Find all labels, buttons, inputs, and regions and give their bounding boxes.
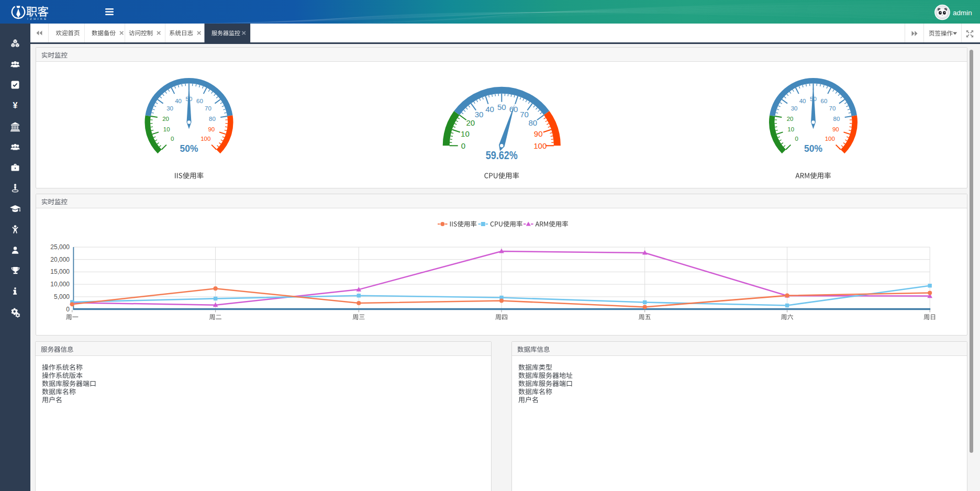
svg-text:60: 60 <box>509 105 518 114</box>
svg-text:40: 40 <box>175 98 182 104</box>
svg-text:100: 100 <box>825 136 835 142</box>
svg-text:15,000: 15,000 <box>50 268 70 275</box>
svg-text:0: 0 <box>66 306 70 313</box>
svg-text:80: 80 <box>833 116 840 122</box>
svg-text:0: 0 <box>795 136 798 142</box>
svg-text:70: 70 <box>520 110 529 119</box>
svg-text:IZHIKE: IZHIKE <box>27 17 48 20</box>
svg-text:20: 20 <box>162 116 169 122</box>
svg-text:100: 100 <box>201 136 210 142</box>
svg-text:70: 70 <box>205 105 211 111</box>
svg-text:100: 100 <box>533 141 547 150</box>
svg-text:50%: 50% <box>180 143 198 154</box>
svg-text:50%: 50% <box>804 143 822 154</box>
svg-text:5,000: 5,000 <box>54 293 70 300</box>
svg-text:90: 90 <box>208 126 215 132</box>
svg-text:20: 20 <box>466 118 475 127</box>
svg-text:30: 30 <box>166 105 173 111</box>
svg-text:60: 60 <box>821 98 828 104</box>
svg-text:20: 20 <box>787 116 794 122</box>
svg-text:70: 70 <box>829 105 836 111</box>
svg-text:90: 90 <box>534 129 543 138</box>
svg-text:10: 10 <box>461 129 470 138</box>
svg-text:30: 30 <box>475 110 484 119</box>
svg-text:50: 50 <box>497 103 506 111</box>
svg-text:59.62%: 59.62% <box>486 149 518 162</box>
svg-text:90: 90 <box>832 126 839 132</box>
svg-text:0: 0 <box>171 136 174 142</box>
svg-text:40: 40 <box>485 105 494 114</box>
svg-text:admin: admin <box>953 9 972 17</box>
svg-text:10,000: 10,000 <box>50 281 70 288</box>
svg-text:60: 60 <box>196 98 203 104</box>
svg-text:25,000: 25,000 <box>50 243 70 251</box>
svg-text:80: 80 <box>528 118 537 127</box>
svg-text:20,000: 20,000 <box>50 256 70 263</box>
svg-text:10: 10 <box>163 126 170 132</box>
svg-text:0: 0 <box>461 141 465 150</box>
svg-text:40: 40 <box>799 98 806 104</box>
svg-text:¥: ¥ <box>13 101 18 110</box>
svg-text:10: 10 <box>787 126 794 132</box>
svg-text:30: 30 <box>791 105 798 111</box>
svg-text:80: 80 <box>209 116 216 122</box>
